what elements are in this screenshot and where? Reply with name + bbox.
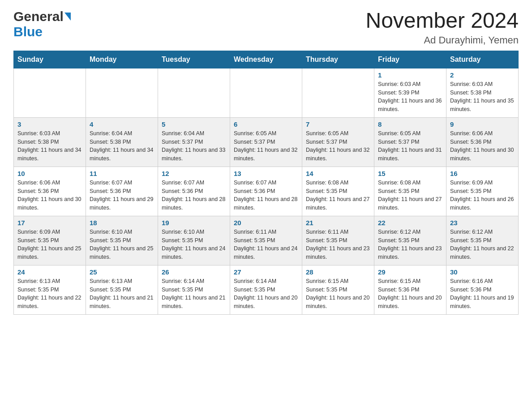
calendar-cell: 24Sunrise: 6:13 AM Sunset: 5:35 PM Dayli… [14, 265, 86, 314]
calendar-cell: 9Sunrise: 6:06 AM Sunset: 5:36 PM Daylig… [446, 117, 519, 167]
calendar-cell: 10Sunrise: 6:06 AM Sunset: 5:36 PM Dayli… [14, 167, 86, 216]
day-info: Sunrise: 6:05 AM Sunset: 5:37 PM Dayligh… [234, 129, 298, 163]
calendar-week-row: 10Sunrise: 6:06 AM Sunset: 5:36 PM Dayli… [14, 167, 519, 216]
calendar-cell [230, 68, 302, 117]
calendar-day-header: Tuesday [158, 51, 230, 68]
calendar-day-header: Friday [374, 51, 446, 68]
calendar-cell: 18Sunrise: 6:10 AM Sunset: 5:35 PM Dayli… [86, 216, 158, 265]
calendar-cell: 11Sunrise: 6:07 AM Sunset: 5:36 PM Dayli… [86, 167, 158, 216]
calendar-cell: 15Sunrise: 6:08 AM Sunset: 5:35 PM Dayli… [374, 167, 446, 216]
day-number: 27 [234, 268, 298, 276]
calendar-cell: 17Sunrise: 6:09 AM Sunset: 5:35 PM Dayli… [14, 216, 86, 265]
day-number: 14 [306, 170, 370, 177]
calendar-cell [14, 68, 86, 117]
calendar-week-row: 24Sunrise: 6:13 AM Sunset: 5:35 PM Dayli… [14, 265, 519, 314]
day-info: Sunrise: 6:06 AM Sunset: 5:36 PM Dayligh… [450, 129, 515, 163]
day-info: Sunrise: 6:04 AM Sunset: 5:38 PM Dayligh… [90, 129, 154, 163]
day-number: 18 [90, 219, 154, 227]
day-number: 21 [306, 219, 370, 227]
day-number: 11 [90, 170, 154, 177]
day-info: Sunrise: 6:10 AM Sunset: 5:35 PM Dayligh… [162, 228, 226, 261]
day-info: Sunrise: 6:15 AM Sunset: 5:36 PM Dayligh… [378, 277, 442, 311]
calendar-cell: 25Sunrise: 6:13 AM Sunset: 5:35 PM Dayli… [86, 265, 158, 314]
calendar-cell: 14Sunrise: 6:08 AM Sunset: 5:35 PM Dayli… [302, 167, 374, 216]
calendar-day-header: Saturday [446, 51, 519, 68]
title-area: November 2024 Ad Durayhimi, Yemen [365, 9, 519, 46]
calendar-week-row: 1Sunrise: 6:03 AM Sunset: 5:39 PM Daylig… [14, 68, 519, 117]
day-info: Sunrise: 6:15 AM Sunset: 5:35 PM Dayligh… [306, 277, 370, 311]
day-info: Sunrise: 6:06 AM Sunset: 5:36 PM Dayligh… [17, 179, 82, 212]
calendar-cell: 19Sunrise: 6:10 AM Sunset: 5:35 PM Dayli… [158, 216, 230, 265]
calendar-cell: 21Sunrise: 6:11 AM Sunset: 5:35 PM Dayli… [302, 216, 374, 265]
day-info: Sunrise: 6:16 AM Sunset: 5:36 PM Dayligh… [450, 277, 515, 311]
calendar-cell: 4Sunrise: 6:04 AM Sunset: 5:38 PM Daylig… [86, 117, 158, 167]
day-number: 3 [17, 120, 82, 128]
day-number: 25 [90, 268, 154, 276]
calendar-cell: 29Sunrise: 6:15 AM Sunset: 5:36 PM Dayli… [374, 265, 446, 314]
calendar-cell: 26Sunrise: 6:14 AM Sunset: 5:35 PM Dayli… [158, 265, 230, 314]
day-number: 30 [450, 268, 515, 276]
calendar-cell: 6Sunrise: 6:05 AM Sunset: 5:37 PM Daylig… [230, 117, 302, 167]
day-info: Sunrise: 6:05 AM Sunset: 5:37 PM Dayligh… [378, 129, 442, 163]
location: Ad Durayhimi, Yemen [365, 34, 519, 46]
logo-arrow-icon [64, 13, 71, 21]
calendar-cell: 12Sunrise: 6:07 AM Sunset: 5:36 PM Dayli… [158, 167, 230, 216]
day-number: 1 [378, 71, 442, 79]
calendar-cell [302, 68, 374, 117]
day-info: Sunrise: 6:10 AM Sunset: 5:35 PM Dayligh… [90, 228, 154, 261]
day-number: 24 [17, 268, 82, 276]
day-number: 23 [450, 219, 515, 227]
day-number: 20 [234, 219, 298, 227]
calendar-cell: 7Sunrise: 6:05 AM Sunset: 5:37 PM Daylig… [302, 117, 374, 167]
day-number: 9 [450, 120, 515, 128]
day-number: 26 [162, 268, 226, 276]
day-number: 16 [450, 170, 515, 177]
calendar-week-row: 3Sunrise: 6:03 AM Sunset: 5:38 PM Daylig… [14, 117, 519, 167]
logo: General Blue [13, 9, 71, 39]
calendar-table: SundayMondayTuesdayWednesdayThursdayFrid… [13, 51, 519, 315]
day-number: 15 [378, 170, 442, 177]
calendar-cell: 2Sunrise: 6:03 AM Sunset: 5:38 PM Daylig… [446, 68, 519, 117]
calendar-cell: 20Sunrise: 6:11 AM Sunset: 5:35 PM Dayli… [230, 216, 302, 265]
day-number: 19 [162, 219, 226, 227]
day-number: 6 [234, 120, 298, 128]
day-number: 13 [234, 170, 298, 177]
day-number: 28 [306, 268, 370, 276]
day-info: Sunrise: 6:05 AM Sunset: 5:37 PM Dayligh… [306, 129, 370, 163]
calendar-cell: 5Sunrise: 6:04 AM Sunset: 5:37 PM Daylig… [158, 117, 230, 167]
calendar-cell: 8Sunrise: 6:05 AM Sunset: 5:37 PM Daylig… [374, 117, 446, 167]
day-number: 12 [162, 170, 226, 177]
calendar-cell: 3Sunrise: 6:03 AM Sunset: 5:38 PM Daylig… [14, 117, 86, 167]
page-header: General Blue November 2024 Ad Durayhimi,… [13, 9, 519, 46]
day-info: Sunrise: 6:07 AM Sunset: 5:36 PM Dayligh… [90, 179, 154, 212]
calendar-day-header: Thursday [302, 51, 374, 68]
day-number: 29 [378, 268, 442, 276]
calendar-cell [86, 68, 158, 117]
day-number: 2 [450, 71, 515, 79]
month-title: November 2024 [365, 9, 519, 33]
day-info: Sunrise: 6:13 AM Sunset: 5:35 PM Dayligh… [17, 277, 82, 311]
calendar-cell: 30Sunrise: 6:16 AM Sunset: 5:36 PM Dayli… [446, 265, 519, 314]
day-number: 4 [90, 120, 154, 128]
day-info: Sunrise: 6:04 AM Sunset: 5:37 PM Dayligh… [162, 129, 226, 163]
day-info: Sunrise: 6:09 AM Sunset: 5:35 PM Dayligh… [450, 179, 515, 212]
calendar-week-row: 17Sunrise: 6:09 AM Sunset: 5:35 PM Dayli… [14, 216, 519, 265]
day-number: 17 [17, 219, 82, 227]
day-info: Sunrise: 6:08 AM Sunset: 5:35 PM Dayligh… [306, 179, 370, 212]
day-info: Sunrise: 6:14 AM Sunset: 5:35 PM Dayligh… [162, 277, 226, 311]
calendar-cell [158, 68, 230, 117]
day-number: 22 [378, 219, 442, 227]
day-info: Sunrise: 6:07 AM Sunset: 5:36 PM Dayligh… [234, 179, 298, 212]
calendar-day-header: Monday [86, 51, 158, 68]
calendar-cell: 23Sunrise: 6:12 AM Sunset: 5:35 PM Dayli… [446, 216, 519, 265]
calendar-day-header: Sunday [14, 51, 86, 68]
calendar-cell: 22Sunrise: 6:12 AM Sunset: 5:35 PM Dayli… [374, 216, 446, 265]
day-info: Sunrise: 6:14 AM Sunset: 5:35 PM Dayligh… [234, 277, 298, 311]
day-info: Sunrise: 6:12 AM Sunset: 5:35 PM Dayligh… [378, 228, 442, 261]
calendar-cell: 16Sunrise: 6:09 AM Sunset: 5:35 PM Dayli… [446, 167, 519, 216]
day-info: Sunrise: 6:09 AM Sunset: 5:35 PM Dayligh… [17, 228, 82, 261]
calendar-cell: 1Sunrise: 6:03 AM Sunset: 5:39 PM Daylig… [374, 68, 446, 117]
day-number: 8 [378, 120, 442, 128]
day-number: 7 [306, 120, 370, 128]
logo-blue-text: Blue [13, 24, 43, 39]
